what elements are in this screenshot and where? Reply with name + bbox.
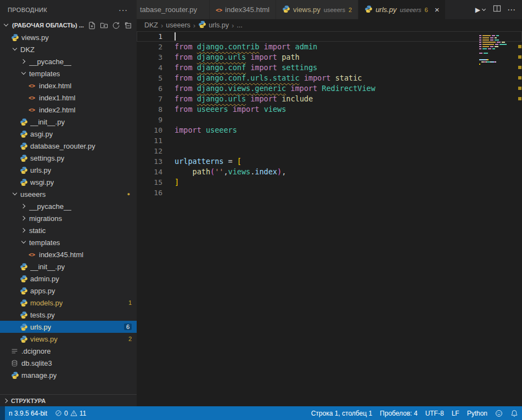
editor-area: tabase_roouter.py<>index345.htmlviews.py… [137,0,522,406]
tree-item-migrations[interactable]: migrations [0,212,137,224]
python-interpreter-status[interactable]: n 3.9.5 64-bit [5,406,51,420]
breadcrumb-item-dkz[interactable]: DKZ [144,21,158,29]
line-number: 11 [137,135,162,146]
code-editor[interactable]: 12from django.contrib import admin3from … [137,31,522,406]
tree-item-label: manage.py [21,371,57,379]
code-line[interactable]: 12 [137,146,522,156]
tree-item-templates[interactable]: templates [0,67,137,80]
python-icon [11,33,21,42]
new-file-icon[interactable] [88,21,96,30]
minimap-segment [482,46,489,47]
collapse-all-icon[interactable] [124,21,132,30]
tree-item-pycache[interactable]: __pycache__ [0,200,137,212]
tree-item-settings-py[interactable]: settings.py [0,152,137,164]
tab-index345-html[interactable]: <>index345.html [210,0,276,19]
line-number: 7 [137,94,162,104]
notifications-status[interactable] [507,406,522,420]
code-line[interactable]: 6from django.views.generic import Redire… [137,83,522,94]
tab-views-py[interactable]: views.pyuseeers2 [276,0,358,19]
code-line[interactable]: 10import useeers [137,125,522,135]
code-line[interactable]: 1 [137,31,522,42]
code-token [193,94,197,103]
code-token: django.views.generic [197,84,287,93]
tree-item-static[interactable]: static [0,224,137,236]
python-icon [20,323,30,331]
close-icon[interactable]: × [435,5,440,14]
code-line[interactable]: 15] [137,177,522,188]
language-mode-status[interactable]: Python [463,406,491,420]
code-line[interactable]: 5from django.conf.urls.static import sta… [137,73,522,83]
feedback-status[interactable] [491,406,507,420]
tree-item-templates[interactable]: templates [0,236,137,248]
tree-item-dkz[interactable]: DKZ [0,43,137,55]
problems-status[interactable]: 011 [51,406,90,420]
breadcrumb-item-urls-py[interactable]: urls.py [198,20,229,30]
code-line[interactable]: 14 path('',views.index), [137,167,522,177]
tree-item-views-py[interactable]: views.py [0,31,137,43]
tree-item-index-html[interactable]: <>index.html [0,80,137,92]
code-token: include [282,94,313,103]
workspace-section-header[interactable]: (РАБОЧАЯ ОБЛАСТЬ) ... [0,19,137,31]
breadcrumb-item-[interactable]: ... [237,21,242,29]
code-line[interactable]: 7from django.urls import include [137,94,522,104]
tree-item-init-py[interactable]: __init__.py [0,260,137,273]
refresh-icon[interactable] [112,21,120,30]
code-line[interactable]: 13urlpatterns = [ [137,156,522,167]
code-line[interactable]: 9 [137,115,522,125]
minimap-segment [479,59,486,60]
code-token [331,73,335,82]
tree-item-init-py[interactable]: __init__.py [0,116,137,128]
code-line[interactable]: 16 [137,188,522,198]
tree-item-index345-html[interactable]: <>index345.html [0,248,137,260]
tree-item-asgi-py[interactable]: asgi.py [0,128,137,140]
code-token: import [250,53,277,61]
tree-item-apps-py[interactable]: apps.py [0,285,137,297]
tree-item-db-sqlite3[interactable]: db.sqlite3 [0,357,137,369]
tree-item-urls-py[interactable]: urls.py [0,164,137,176]
tree-item-index1-html[interactable]: <>index1.html [0,92,137,104]
tree-item-tests-py[interactable]: tests.py [0,309,137,321]
run-button[interactable]: ▶ [475,6,487,14]
code-token [246,94,250,103]
eol-status[interactable]: LF [448,406,463,420]
tree-item-manage-py[interactable]: manage.py [0,369,137,381]
minimap[interactable] [479,33,515,68]
code-line[interactable]: 11 [137,135,522,146]
tree-item-wsgi-py[interactable]: wsgi.py [0,176,137,188]
explorer-title: ПРОВОДНИК [8,7,47,13]
file-tree: views.pyDKZ__pycache__templates<>index.h… [0,31,137,381]
cursor-position-status[interactable]: Строка 1, столбец 1 [307,406,376,420]
tree-item-database-roouter-py[interactable]: database_roouter.py [0,140,137,152]
tree-item-pycache[interactable]: __pycache__ [0,55,137,67]
code-token: import [264,42,291,51]
tab-urls-py[interactable]: urls.pyuseeers6× [358,0,446,19]
tree-item-dcignore[interactable]: .dcignore [0,345,137,357]
encoding-status[interactable]: UTF-8 [422,406,448,420]
python-icon [198,20,206,30]
tree-item-useeers[interactable]: useeers● [0,188,137,200]
line-content: from django.urls import include [175,94,313,104]
remote-indicator[interactable] [0,406,5,420]
new-folder-icon[interactable] [100,21,108,30]
tree-item-admin-py[interactable]: admin.py [0,273,137,285]
indentation-status[interactable]: Пробелов: 4 [376,406,422,420]
minimap-segment [487,59,489,60]
tree-item-models-py[interactable]: models.py1 [0,297,137,309]
code-token [246,53,250,61]
more-actions-icon[interactable]: ⋯ [507,5,515,15]
tab-label: views.py [293,5,321,14]
tree-item-urls-py[interactable]: urls.py6 [0,321,137,333]
python-icon [20,311,30,319]
code-line[interactable]: 2from django.contrib import admin [137,42,522,52]
code-line[interactable]: 8from useeers import views [137,104,522,115]
code-line[interactable]: 3from django.urls import path [137,52,522,63]
python-icon [20,287,30,295]
tree-item-index2-html[interactable]: <>index2.html [0,104,137,116]
split-editor-icon[interactable] [493,4,501,15]
more-actions-icon[interactable]: ··· [119,5,128,14]
tree-item-views-py[interactable]: views.py2 [0,333,137,345]
structure-section-header[interactable]: СТРУКТУРА [0,394,137,406]
tab-tabase-roouter-py[interactable]: tabase_roouter.py [137,0,210,19]
code-line[interactable]: 4from django.conf import settings [137,63,522,73]
breadcrumb-item-useeers[interactable]: useeers [166,21,190,29]
